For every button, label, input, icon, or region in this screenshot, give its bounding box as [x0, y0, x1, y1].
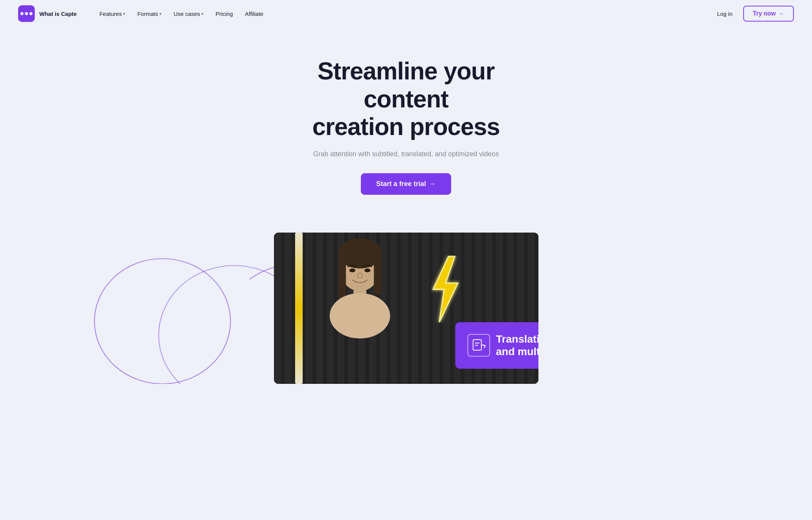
cta-arrow-icon: → [429, 180, 436, 188]
logo-icon [18, 5, 35, 22]
svg-rect-4 [338, 253, 346, 299]
nav-use-cases[interactable]: Use cases ▾ [168, 8, 209, 20]
logo-dot-3 [29, 12, 32, 15]
person-silhouette [287, 233, 433, 384]
features-chevron-icon: ▾ [123, 12, 125, 16]
nav-pricing[interactable]: Pricing [210, 8, 238, 20]
lightning-icon [427, 255, 464, 323]
hero-title: Streamline your content creation process [274, 57, 538, 141]
video-section: Translation and multilingual [0, 210, 812, 384]
use-cases-chevron-icon: ▾ [201, 12, 203, 16]
formats-chevron-icon: ▾ [159, 12, 161, 16]
logo-dot-1 [20, 12, 23, 15]
logo-dot-2 [25, 12, 28, 15]
hero-section: Streamline your content creation process… [0, 27, 812, 210]
nav-affiliate[interactable]: Affiliate [240, 8, 269, 20]
video-background: Translation and multilingual [274, 233, 538, 384]
login-button[interactable]: Log in [713, 8, 737, 20]
translation-card-text: Translation and multilingual [496, 333, 538, 358]
start-free-trial-button[interactable]: Start a free trial → [361, 173, 451, 195]
navbar-nav: Features ▾ Formats ▾ Use cases ▾ Pricing… [94, 8, 712, 20]
navbar-actions: Log in Try now → [713, 6, 794, 22]
translation-card: Translation and multilingual [455, 322, 538, 369]
logo-link[interactable]: What is Capte [18, 5, 82, 22]
hero-subtitle: Grab attention with subtitled, translate… [313, 150, 499, 158]
try-now-button[interactable]: Try now → [743, 6, 794, 22]
nav-formats[interactable]: Formats ▾ [132, 8, 167, 20]
svg-marker-10 [433, 256, 458, 322]
logo-dots [20, 12, 32, 15]
navbar: What is Capte Features ▾ Formats ▾ Use c… [0, 0, 812, 27]
what-is-capte-link[interactable]: What is Capte [39, 8, 82, 20]
svg-point-0 [94, 259, 230, 384]
svg-point-7 [329, 293, 390, 338]
svg-point-8 [349, 269, 355, 272]
try-now-arrow-icon: → [778, 10, 784, 17]
translation-icon-box [467, 334, 490, 357]
nav-features[interactable]: Features ▾ [94, 8, 130, 20]
svg-point-9 [364, 269, 370, 272]
translation-symbol-icon [472, 338, 486, 352]
video-preview: Translation and multilingual [274, 233, 538, 384]
svg-rect-5 [374, 253, 381, 295]
